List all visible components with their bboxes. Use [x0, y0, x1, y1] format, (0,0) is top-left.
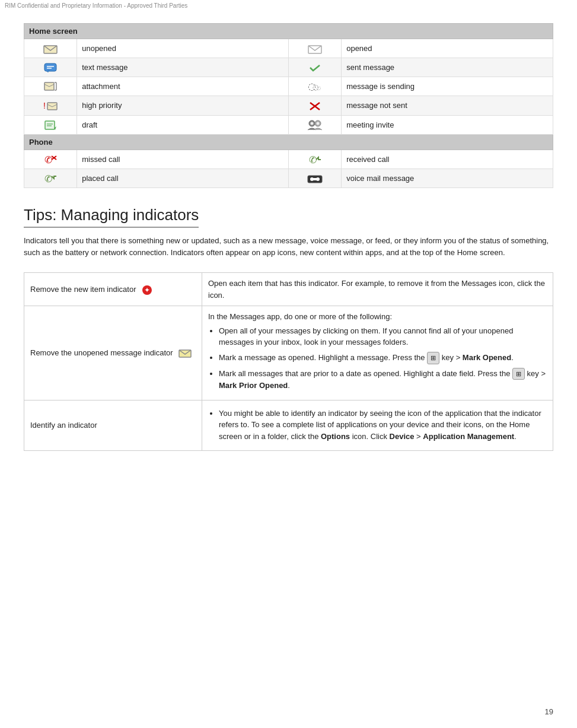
options-bold: Options: [321, 432, 350, 441]
text-message-label: text message: [77, 58, 289, 77]
tips-heading: Tips: Managing indicators: [24, 206, 199, 228]
svg-point-22: [311, 122, 314, 125]
list-item: Mark a message as opened. Highlight a me…: [219, 352, 547, 364]
draft-label: draft: [77, 115, 289, 134]
unopened-label: unopened: [77, 39, 289, 58]
unopened-message-indicator-icon: [178, 348, 192, 360]
remove-unopened-intro: In the Messages app, do one or more of t…: [208, 312, 392, 321]
draft-icon: [24, 115, 77, 134]
received-call-label: received call: [342, 150, 553, 169]
opened-icon: [288, 39, 341, 58]
menu-key-icon2: ⊞: [512, 368, 525, 380]
svg-text:✆: ✆: [44, 174, 52, 184]
message-sending-icon: ◌ ◌ ◌: [288, 77, 341, 96]
svg-text:✦: ✦: [144, 286, 150, 294]
watermark: RIM Confidential and Proprietary Informa…: [0, 0, 577, 11]
missed-call-label: missed call: [77, 150, 289, 169]
remove-unopened-cell: Remove the unopened message indicator: [24, 306, 202, 400]
placed-call-icon: ✆: [24, 169, 77, 188]
high-priority-label: high priority: [77, 96, 289, 115]
mark-prior-opened-bold: Mark Prior Opened: [219, 381, 288, 390]
meeting-invite-label: meeting invite: [342, 115, 553, 134]
voicemail-label: voice mail message: [342, 169, 553, 188]
tips-intro: Indicators tell you that there is someth…: [24, 235, 553, 258]
table-row: text message sent message: [24, 58, 553, 77]
remove-new-item-label: Remove the new item indicator: [30, 285, 136, 294]
device-bold: Device: [390, 432, 415, 441]
voicemail-icon: [288, 169, 341, 188]
svg-rect-33: [312, 178, 318, 180]
meeting-invite-icon: [288, 115, 341, 134]
indicators-table: Remove the new item indicator ✦ Open eac…: [24, 272, 553, 451]
remove-new-item-cell: Remove the new item indicator ✦: [24, 273, 202, 306]
remove-new-item-description: Open each item that has this indicator. …: [202, 273, 553, 306]
message-sending-label: message is sending: [342, 77, 553, 96]
remove-unopened-description: In the Messages app, do one or more of t…: [202, 306, 553, 400]
identify-indicator-list: You might be able to identify an indicat…: [219, 408, 547, 443]
table-row: Identify an indicator You might be able …: [24, 400, 553, 451]
remove-unopened-list: Open all of your messages by clicking on…: [219, 325, 547, 392]
svg-text:!: !: [43, 101, 46, 110]
table-row: Remove the new item indicator ✦ Open eac…: [24, 273, 553, 306]
table-row: ! high priority message not sent: [24, 96, 553, 115]
svg-rect-2: [44, 63, 56, 71]
identify-indicator-label: Identify an indicator: [30, 421, 97, 430]
svg-text:✆: ✆: [309, 155, 317, 165]
remove-unopened-label: Remove the unopened message indicator: [30, 348, 173, 357]
list-item: You might be able to identify an indicat…: [219, 408, 547, 443]
page-number: 19: [545, 707, 553, 716]
svg-rect-17: [45, 121, 55, 129]
missed-call-icon: ✆: [24, 150, 77, 169]
list-item: Open all of your messages by clicking on…: [219, 325, 547, 348]
message-not-sent-icon: [288, 96, 341, 115]
high-priority-icon: !: [24, 96, 77, 115]
identify-indicator-cell: Identify an indicator: [24, 400, 202, 451]
identify-indicator-description: You might be able to identify an indicat…: [202, 400, 553, 451]
received-call-icon: ✆: [288, 150, 341, 169]
unopened-icon: [24, 39, 77, 58]
menu-key-icon: ⊞: [427, 352, 439, 364]
table-row: ✆ placed call voice mail message: [24, 169, 553, 188]
table-row: draft meeting invite: [24, 115, 553, 134]
svg-text:✆: ✆: [44, 155, 52, 165]
svg-point-24: [317, 122, 320, 125]
svg-rect-14: [47, 103, 57, 110]
attachment-label: attachment: [77, 77, 289, 96]
phone-header: Phone: [24, 134, 553, 150]
message-not-sent-label: message not sent: [342, 96, 553, 115]
home-screen-header: Home screen: [24, 24, 553, 39]
table-row: Remove the unopened message indicator In…: [24, 306, 553, 400]
opened-label: opened: [342, 39, 553, 58]
sent-message-icon: [288, 58, 341, 77]
svg-text:◌: ◌: [317, 85, 321, 91]
mark-opened-bold: Mark Opened: [463, 353, 511, 362]
new-item-indicator-icon: ✦: [142, 284, 152, 295]
app-mgmt-bold: Application Management: [423, 432, 514, 441]
sent-message-label: sent message: [342, 58, 553, 77]
attachment-icon: [24, 77, 77, 96]
list-item: Mark all messages that are prior to a da…: [219, 368, 547, 392]
text-message-icon: [24, 58, 77, 77]
table-row: attachment ◌ ◌ ◌ message is sending: [24, 77, 553, 96]
placed-call-label: placed call: [77, 169, 289, 188]
home-screen-table: Home screen unopened opened: [24, 23, 553, 188]
table-row: unopened opened: [24, 39, 553, 58]
table-row: ✆ missed call ✆ received call: [24, 150, 553, 169]
